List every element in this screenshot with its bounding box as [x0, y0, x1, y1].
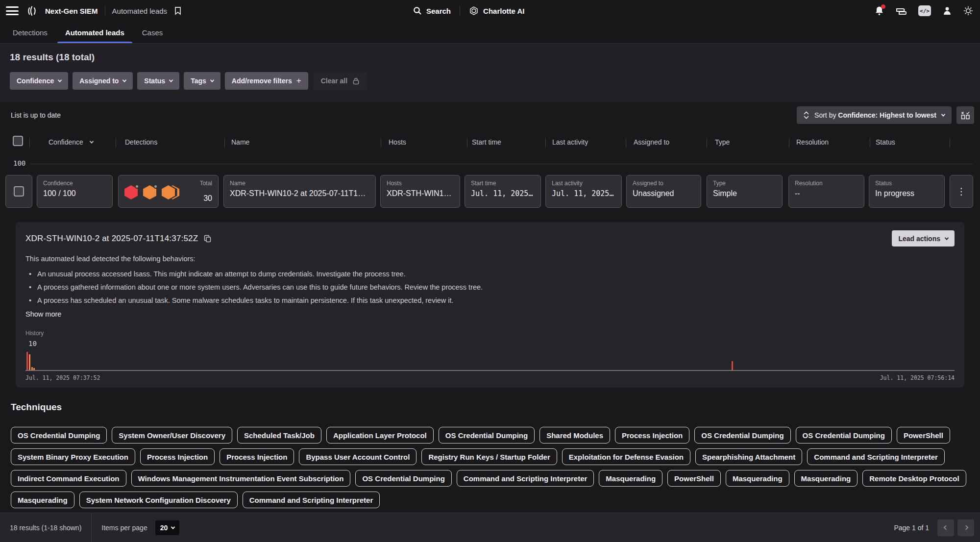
column-header-start-time[interactable]: Start time: [472, 138, 501, 146]
technique-tag[interactable]: OS Credential Dumping: [439, 427, 535, 443]
support-chat-button[interactable]: [896, 6, 906, 15]
column-header-detections[interactable]: Detections: [125, 138, 157, 146]
api-tools-button[interactable]: </>: [918, 5, 931, 16]
technique-tag[interactable]: OS Credential Dumping: [796, 427, 892, 443]
technique-tag[interactable]: Process Injection: [220, 448, 294, 465]
hosts-card[interactable]: Hosts XDR-STH-WIN1…: [380, 175, 460, 208]
copy-icon[interactable]: [204, 235, 211, 243]
technique-tag[interactable]: Scheduled Task/Job: [237, 427, 321, 443]
technique-tag[interactable]: Remote Desktop Protocol: [862, 470, 966, 487]
technique-tag[interactable]: Registry Run Keys / Startup Folder: [421, 448, 557, 465]
assigned-to-card[interactable]: Assigned to Unassigned: [626, 175, 701, 208]
technique-tag[interactable]: Command and Scripting Interpreter: [457, 470, 594, 487]
row-actions-button[interactable]: ⋮: [950, 175, 973, 208]
column-header-assigned-to[interactable]: Assigned to: [634, 138, 669, 146]
tab-automated-leads[interactable]: Automated leads: [56, 22, 133, 43]
technique-tag[interactable]: Process Injection: [140, 448, 215, 465]
tab-cases[interactable]: Cases: [133, 22, 172, 43]
column-header-confidence[interactable]: Confidence: [49, 138, 93, 146]
results-shown-text: 18 results (1-18 shown): [0, 524, 91, 532]
chat-icon: [896, 6, 906, 15]
column-header-type[interactable]: Type: [715, 138, 730, 146]
next-page-button[interactable]: [957, 519, 974, 536]
status-card[interactable]: Status In progress: [869, 175, 945, 208]
technique-tag-row: System Binary Proxy ExecutionProcess Inj…: [11, 448, 969, 465]
start-time-card-value: Jul. 11, 2025…: [471, 189, 535, 198]
technique-tag[interactable]: Shared Modules: [539, 427, 610, 443]
hamburger-menu-icon[interactable]: [6, 6, 19, 15]
notification-dot: [881, 4, 885, 9]
charlotte-ai-button[interactable]: Charlotte AI: [469, 6, 524, 16]
chevron-down-icon: [945, 236, 949, 240]
detections-card[interactable]: Total 30: [118, 175, 219, 208]
column-separator: [545, 138, 546, 148]
technique-tag[interactable]: OS Credential Dumping: [694, 427, 790, 443]
technique-tag[interactable]: Masquerading: [726, 470, 789, 487]
start-time-card[interactable]: Start time Jul. 11, 2025…: [465, 175, 541, 208]
add-remove-filters-button[interactable]: Add/remove filters +: [225, 72, 308, 90]
technique-tag[interactable]: System Network Configuration Discovery: [79, 492, 238, 508]
technique-tag[interactable]: Command and Scripting Interpreter: [807, 448, 945, 465]
technique-tag[interactable]: Bypass User Account Control: [299, 448, 416, 465]
history-end-timestamp: Jul. 11, 2025 07:56:14: [880, 374, 955, 381]
technique-tag[interactable]: Spearphishing Attachment: [695, 448, 802, 465]
technique-tag[interactable]: Process Injection: [615, 427, 689, 443]
bookmark-icon[interactable]: [174, 6, 182, 15]
technique-tag[interactable]: PowerShell: [897, 427, 950, 443]
history-bar: [29, 354, 30, 370]
filter-confidence-label: Confidence: [17, 77, 54, 85]
name-card[interactable]: Name XDR-STH-WIN10-2 at 2025-07-11T14:…: [223, 175, 376, 208]
tab-detections[interactable]: Detections: [4, 22, 56, 43]
chevron-down-icon: [90, 139, 94, 143]
lead-actions-button[interactable]: Lead actions: [892, 230, 955, 246]
table-header: ConfidenceDetectionsNameHostsStart timeL…: [0, 134, 980, 151]
select-all-checkbox[interactable]: [13, 136, 23, 146]
filter-status[interactable]: Status: [137, 72, 179, 90]
technique-tag[interactable]: System Binary Proxy Execution: [11, 448, 135, 465]
technique-tag[interactable]: Windows Management Instrumentation Event…: [131, 470, 351, 487]
technique-tag[interactable]: Indirect Command Execution: [11, 470, 126, 487]
items-per-page-select[interactable]: 20: [155, 520, 180, 535]
column-settings-button[interactable]: [956, 106, 974, 124]
theme-toggle-button[interactable]: [963, 6, 973, 16]
column-header-status[interactable]: Status: [876, 138, 895, 146]
severity-stacked-hexagon-icon: [162, 185, 180, 199]
filter-confidence[interactable]: Confidence: [10, 72, 68, 90]
resolution-card[interactable]: Resolution --: [788, 175, 864, 208]
technique-tag[interactable]: Exploitation for Defense Evasion: [562, 448, 690, 465]
profile-button[interactable]: [943, 6, 952, 16]
technique-tag-row: MasqueradingSystem Network Configuration…: [11, 492, 969, 508]
column-header-name[interactable]: Name: [231, 138, 249, 146]
results-filter-band: 18 results (18 total) Confidence Assigne…: [0, 44, 980, 102]
type-card[interactable]: Type Simple: [707, 175, 783, 208]
technique-tag[interactable]: Command and Scripting Interpreter: [243, 492, 380, 508]
filter-tags[interactable]: Tags: [184, 72, 220, 90]
column-header-resolution[interactable]: Resolution: [796, 138, 829, 146]
show-more-link[interactable]: Show more: [25, 310, 61, 318]
last-activity-card[interactable]: Last activity Jul. 11, 2025…: [545, 175, 622, 208]
severity-high-hexagon-icon: [143, 185, 156, 199]
technique-tag[interactable]: OS Credential Dumping: [11, 427, 107, 443]
chevron-down-icon: [941, 112, 945, 116]
search-button[interactable]: Search: [413, 6, 451, 15]
column-header-hosts[interactable]: Hosts: [389, 138, 406, 146]
prev-page-button[interactable]: [937, 519, 954, 536]
technique-tag[interactable]: OS Credential Dumping: [355, 470, 451, 487]
column-header-last-activity[interactable]: Last activity: [552, 138, 588, 146]
column-separator: [116, 138, 116, 148]
technique-tag[interactable]: Masquerading: [599, 470, 662, 487]
filter-assigned-to-label: Assigned to: [79, 77, 119, 85]
technique-tag[interactable]: Application Layer Protocol: [326, 427, 434, 443]
clear-all-button[interactable]: Clear all: [313, 72, 367, 90]
sort-button[interactable]: Sort by Confidence: Highest to lowest: [797, 106, 952, 124]
notifications-button[interactable]: [875, 6, 884, 16]
technique-tag[interactable]: PowerShell: [667, 470, 721, 487]
column-separator: [626, 138, 626, 148]
technique-tag[interactable]: Masquerading: [11, 492, 74, 508]
technique-tag[interactable]: Masquerading: [794, 470, 858, 487]
confidence-card[interactable]: Confidence 100 / 100: [37, 175, 113, 208]
behavior-item: A process gathered information about one…: [25, 283, 955, 291]
row-checkbox[interactable]: [14, 186, 24, 197]
technique-tag[interactable]: System Owner/User Discovery: [112, 427, 232, 443]
filter-assigned-to[interactable]: Assigned to: [73, 72, 133, 90]
